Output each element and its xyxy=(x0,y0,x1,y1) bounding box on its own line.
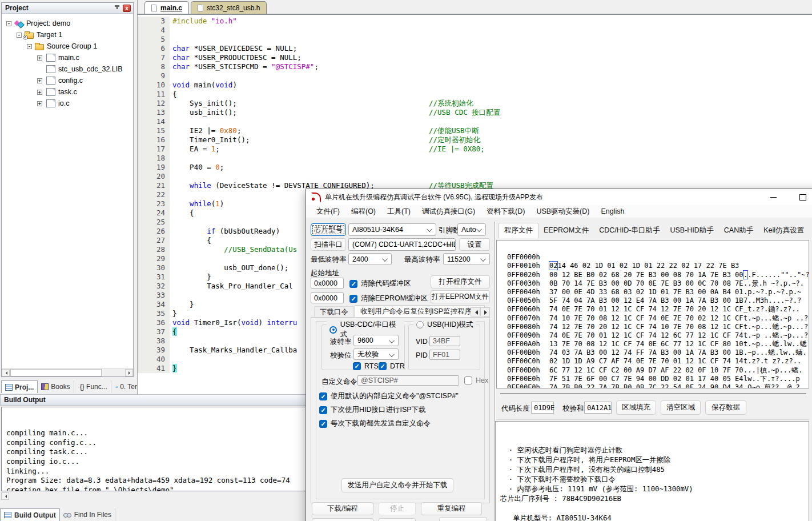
scan-port-button[interactable]: 扫描串口 xyxy=(311,238,346,251)
open-program-file-button[interactable]: 打开程序文件 xyxy=(431,275,490,288)
code-length-label: 代码长度 xyxy=(501,404,530,414)
tree-item-label: stc_usb_cdc_32.LIB xyxy=(58,65,123,73)
bottom-tab[interactable]: Build Output xyxy=(0,508,60,521)
close-icon[interactable]: x xyxy=(123,5,131,12)
baud-combo[interactable]: 9600 xyxy=(353,335,399,346)
tree-item-label: io.c xyxy=(58,99,69,107)
isp-option-checkbox[interactable]: ✓ 使用默认的内部自定义命令"@STCISP#" xyxy=(319,391,459,401)
stc-right-tab[interactable]: CDC/HID-串口助手 xyxy=(594,223,665,238)
tab-scroll-left-icon[interactable] xyxy=(471,307,480,316)
option-tab[interactable]: 下载口令 xyxy=(314,306,354,318)
hex-row: 0FF0050h 74 0E 7E 70 01 12 1C CF 74 12 7… xyxy=(497,288,809,296)
stc-action-button[interactable]: 停止 xyxy=(379,502,416,515)
stc-isp-window: 单片机在线升级编程仿真调试平台软件 (V6.95C), 远程现场升级APP发布 … xyxy=(305,189,812,521)
save-data-button[interactable]: 保存数据 xyxy=(705,400,746,415)
scroll-thumb[interactable] xyxy=(10,369,102,376)
panel-tab[interactable]: Proj... xyxy=(1,380,38,393)
scroll-track[interactable] xyxy=(102,369,125,376)
editor-tab[interactable]: stc32_stc8_usb.h xyxy=(191,1,267,14)
tree-expander-icon[interactable] xyxy=(27,44,32,49)
checkbox-check-icon: ✓ xyxy=(349,295,357,303)
tree-expander-icon[interactable] xyxy=(37,78,42,83)
pin-icon[interactable] xyxy=(114,5,120,11)
custom-command-input[interactable]: @STCISP# xyxy=(357,375,459,386)
min-baud-combo[interactable]: 2400 xyxy=(348,253,392,265)
checkbox-check-icon: ✓ xyxy=(319,392,327,400)
tree-item[interactable]: io.c xyxy=(2,98,133,109)
scroll-right-icon[interactable] xyxy=(125,369,133,376)
scroll-left-icon[interactable] xyxy=(2,369,10,376)
tree-item[interactable]: config.c xyxy=(2,75,133,86)
fill-region-button[interactable]: 区域填充 xyxy=(616,400,656,415)
minimize-icon[interactable] xyxy=(763,189,783,205)
clear-region-button[interactable]: 清空区域 xyxy=(661,400,701,415)
scroll-left-icon[interactable] xyxy=(1,492,9,500)
bottom-tab[interactable]: Find In Files xyxy=(60,508,115,521)
hex-row: 0FF00D0h 7F 51 7E 6F 00 C7 7E 94 00 DD 0… xyxy=(497,357,809,366)
panel-tab[interactable]: {} Func... xyxy=(74,380,111,393)
menu-item[interactable]: 资料下载(D) xyxy=(481,206,530,218)
stc-right-tab[interactable]: Keil仿真设置 xyxy=(758,223,809,238)
stc-window-title: 单片机在线升级编程仿真调试平台软件 (V6.95C), 远程现场升级APP发布 xyxy=(325,193,543,202)
menu-item[interactable]: 文件(F) xyxy=(311,206,345,218)
isp-option-checkbox[interactable]: ✓ 下次使用HID接口进行ISP下载 xyxy=(319,405,459,415)
stc-action-button[interactable]: 下载/编程 xyxy=(312,502,373,515)
project-hscrollbar[interactable] xyxy=(2,368,133,376)
horizontal-separator xyxy=(500,393,806,394)
chip-model-combo[interactable]: AI8051U-34K64 xyxy=(348,223,436,236)
tree-item[interactable]: Source Group 1 xyxy=(2,41,133,52)
clear-code-buffer-label: 清除代码缓冲区 xyxy=(361,279,411,288)
stc-right-tab[interactable]: 程序文件 xyxy=(499,223,538,238)
open-eeprom-file-button[interactable]: 打开EEPROM文件 xyxy=(431,290,490,303)
stc-titlebar[interactable]: 单片机在线升级编程仿真调试平台软件 (V6.95C), 远程现场升级APP发布 xyxy=(306,189,812,205)
send-custom-command-button[interactable]: 发送用户自定义命令并开始下载 xyxy=(341,478,453,492)
tree-expander-icon[interactable] xyxy=(17,33,22,38)
stc-right-tab[interactable]: CAN助手 xyxy=(719,223,758,238)
stc-action-button[interactable]: 重复编程 xyxy=(421,502,482,515)
menu-item[interactable]: English xyxy=(595,206,630,217)
stc-right-tabs: 程序文件EEPROM文件CDC/HID-串口助手USB-HID助手CAN助手Ke… xyxy=(499,223,812,238)
menu-item[interactable]: USB驱动安装(D) xyxy=(530,206,595,218)
tree-expander-icon[interactable] xyxy=(37,90,42,95)
menu-item[interactable]: 编程(O) xyxy=(345,206,381,218)
tree-expander-icon[interactable] xyxy=(6,21,11,26)
rts-checkbox[interactable]: ✓ RTS xyxy=(353,362,379,370)
menu-item[interactable]: 调试仿真接口(G) xyxy=(416,206,481,218)
tab-scroll-right-icon[interactable] xyxy=(480,307,490,316)
parity-combo[interactable]: 无校验 xyxy=(353,348,399,360)
tree-item[interactable]: main.c xyxy=(2,52,133,63)
stc-right-tab[interactable]: USB-HID助手 xyxy=(665,223,718,238)
partial-button[interactable] xyxy=(439,517,487,521)
port-settings-button[interactable]: 设置 xyxy=(459,238,490,251)
chip-model-button[interactable]: 芯片型号 xyxy=(311,223,346,236)
hex-viewer[interactable]: 0FF0000h 0214 46 02 1D 01 02 1D 01 22 22… xyxy=(496,240,809,388)
hex-checkbox[interactable]: ✓ Hex xyxy=(464,376,488,384)
pin-count-combo[interactable]: Auto xyxy=(457,223,486,236)
eeprom-start-address-input[interactable]: 0x0000 xyxy=(311,292,344,303)
code-start-address-input[interactable]: 0x0000 xyxy=(311,278,344,288)
max-baud-combo[interactable]: 115200 xyxy=(443,253,490,265)
stc-menubar: 文件(F)编程(O)工具(T)调试仿真接口(G)资料下载(D)USB驱动安装(D… xyxy=(306,205,812,218)
serial-port-combo[interactable]: (COM7) CDC1-UART1,2CDC+HID xyxy=(348,238,456,251)
tree-item[interactable]: Target 1 xyxy=(2,29,133,41)
option-tabs: 下载口令收到用户命令后复位到ISP监控程序区 xyxy=(314,305,485,318)
option-tab[interactable]: 收到用户命令后复位到ISP监控程序区 xyxy=(355,305,485,318)
editor-tab[interactable]: main.c xyxy=(144,1,189,14)
partial-button[interactable] xyxy=(379,518,416,521)
stc-right-tab[interactable]: EEPROM文件 xyxy=(538,223,594,238)
stc-right-tab[interactable]: 范例程序 xyxy=(809,223,812,238)
partial-button[interactable] xyxy=(312,518,373,521)
clear-code-buffer-checkbox[interactable]: ✓ 清除代码缓冲区 xyxy=(349,279,411,288)
dtr-checkbox[interactable]: ✓ DTR xyxy=(379,362,405,370)
tree-item[interactable]: stc_usb_cdc_32.LIB xyxy=(2,63,133,75)
tree-item[interactable]: task.c xyxy=(2,86,133,98)
isp-option-checkbox[interactable]: ✓ 每次下载前都先发送自定义命令 xyxy=(319,419,459,428)
tree-item[interactable]: Project: demo xyxy=(2,18,133,29)
clear-eeprom-buffer-checkbox[interactable]: ✓ 清除EEPROM缓冲区 xyxy=(349,294,428,303)
menu-item[interactable]: 工具(T) xyxy=(381,206,416,218)
maximize-icon[interactable] xyxy=(793,189,812,205)
tree-expander-icon[interactable] xyxy=(37,55,42,61)
panel-tab[interactable]: Books xyxy=(38,380,74,393)
hid-mode-radio[interactable]: USB(HID)模式 xyxy=(413,320,476,330)
tree-expander-icon[interactable] xyxy=(37,101,42,106)
